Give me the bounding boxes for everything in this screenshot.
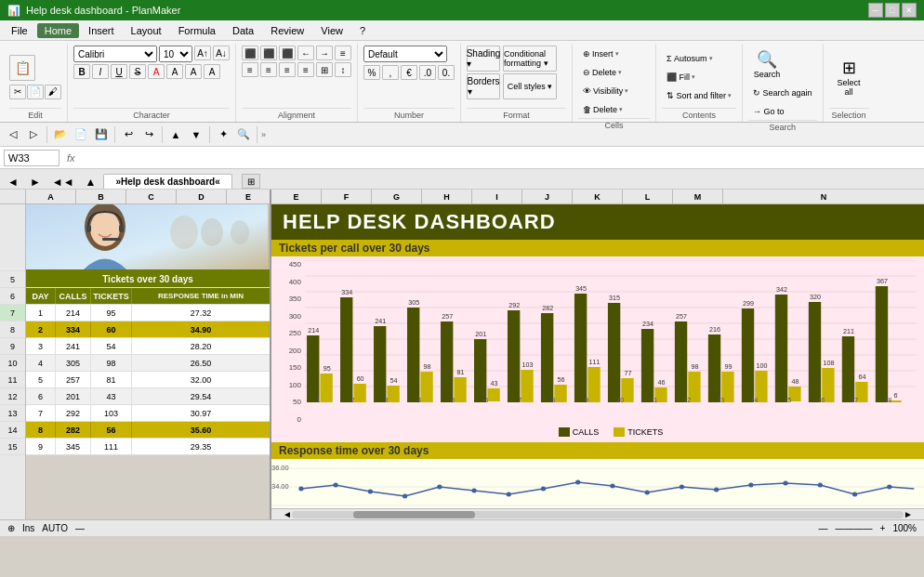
- title-bar-controls[interactable]: ─ □ ✕: [868, 3, 917, 18]
- menu-help[interactable]: ?: [352, 23, 373, 38]
- paste-button[interactable]: 📋: [9, 55, 35, 81]
- close-button[interactable]: ✕: [902, 3, 917, 18]
- strikethrough-button[interactable]: S: [129, 64, 146, 79]
- toolbar-new[interactable]: ◁: [4, 125, 22, 144]
- align-center[interactable]: ≡: [260, 62, 277, 77]
- align-right[interactable]: ≡: [279, 62, 296, 77]
- font-a3[interactable]: A: [204, 64, 220, 79]
- insert-cells-btn[interactable]: ⊕ Insert ▾: [578, 46, 650, 62]
- visibility-btn[interactable]: 👁 Visibility ▾: [578, 83, 650, 99]
- scroll-right-arrow[interactable]: ►: [904, 509, 913, 519]
- svg-text:282: 282: [542, 305, 553, 312]
- toolbar-open[interactable]: 📂: [51, 125, 70, 144]
- shading-btn[interactable]: Shading ▾: [467, 46, 500, 72]
- currency-btn[interactable]: €: [401, 65, 417, 80]
- font-size-up[interactable]: A↑: [194, 46, 211, 60]
- sheet-add[interactable]: ◄◄: [48, 176, 78, 189]
- sheet-scroll-left[interactable]: ◄: [4, 176, 22, 189]
- merge-button[interactable]: ⊞: [316, 62, 333, 77]
- dec-inc[interactable]: .0: [419, 65, 436, 80]
- sheet-tab-dashboard[interactable]: »Help desk dashboard«: [103, 174, 231, 189]
- toolbar-up[interactable]: ▲: [166, 125, 185, 144]
- align-left[interactable]: ≡: [242, 62, 258, 77]
- sheet-icon[interactable]: ⊞: [242, 174, 260, 189]
- format-painter-button[interactable]: 🖌: [45, 85, 61, 99]
- cut-button[interactable]: ✂: [9, 85, 26, 99]
- cell-styles-btn[interactable]: Cell styles ▾: [503, 73, 557, 99]
- zoom-out-btn[interactable]: —: [819, 523, 828, 533]
- svg-rect-5: [119, 225, 124, 232]
- legend-tickets: TICKETS: [614, 427, 663, 437]
- align-top-left[interactable]: ⬛: [242, 46, 258, 60]
- font-size-down[interactable]: A↓: [213, 46, 230, 60]
- horizontal-scrollbar[interactable]: ◄ ►: [271, 508, 924, 519]
- col-headers-left: A B C D E: [0, 190, 270, 204]
- formula-input[interactable]: [83, 150, 920, 166]
- align-top-center[interactable]: ⬛: [260, 46, 277, 60]
- svg-point-125: [680, 485, 684, 490]
- italic-button[interactable]: I: [92, 64, 109, 79]
- sheet-nav[interactable]: ▲: [82, 176, 100, 189]
- percent-btn[interactable]: %: [363, 65, 380, 80]
- menu-view[interactable]: View: [313, 23, 350, 38]
- font-size-selector[interactable]: 10: [159, 46, 192, 62]
- toolbar-redo[interactable]: ↪: [139, 125, 158, 144]
- toolbar-zoom[interactable]: 🔍: [234, 125, 253, 144]
- menu-home[interactable]: Home: [37, 23, 79, 38]
- menu-insert[interactable]: Insert: [81, 23, 122, 38]
- menu-formula[interactable]: Formula: [171, 23, 223, 38]
- toolbar-down[interactable]: ▼: [187, 125, 205, 144]
- underline-button[interactable]: U: [111, 64, 127, 79]
- indent-dec[interactable]: ←: [297, 46, 314, 60]
- toolbar-back[interactable]: ▷: [24, 125, 43, 144]
- highlight-button[interactable]: A: [166, 64, 183, 79]
- number-format-selector[interactable]: Default: [363, 46, 447, 62]
- font-color-button[interactable]: A: [148, 64, 165, 79]
- svg-text:10: 10: [616, 397, 624, 404]
- menu-layout[interactable]: Layout: [124, 23, 169, 38]
- toolbar-star[interactable]: ✦: [214, 125, 232, 144]
- text-dir[interactable]: ↕: [335, 62, 351, 77]
- cell-reference-input[interactable]: [4, 150, 59, 166]
- minimize-button[interactable]: ─: [868, 3, 883, 18]
- scroll-left-arrow[interactable]: ◄: [283, 509, 292, 519]
- align-top-right[interactable]: ⬛: [279, 46, 296, 60]
- delete-cells-btn[interactable]: ⊖ Delete ▾: [578, 64, 650, 81]
- fill-btn[interactable]: ⬛ Fill ▾: [662, 69, 736, 85]
- font-selector[interactable]: Calibri: [73, 46, 157, 62]
- sheet-scroll-right[interactable]: ►: [26, 176, 45, 189]
- goto-btn[interactable]: → Go to: [748, 103, 789, 120]
- text-wrap[interactable]: ≡: [335, 46, 351, 60]
- svg-rect-60: [587, 367, 600, 402]
- search-again-btn[interactable]: ↻ Search again: [748, 85, 817, 101]
- borders-btn[interactable]: Borders ▾: [467, 73, 500, 99]
- svg-text:17: 17: [851, 397, 858, 404]
- menu-review[interactable]: Review: [263, 23, 311, 38]
- sort-filter-btn[interactable]: ⇅ Sort and filter ▾: [662, 87, 736, 104]
- toolbar-undo[interactable]: ↩: [119, 125, 138, 144]
- zoom-in-btn[interactable]: +: [880, 523, 886, 533]
- legend-calls: CALLS: [559, 427, 600, 437]
- conditional-btn[interactable]: Conditional formatting ▾: [503, 46, 557, 72]
- dec-dec[interactable]: 0.: [438, 65, 455, 80]
- comma-btn[interactable]: ,: [382, 65, 399, 80]
- scrollbar-track[interactable]: [292, 511, 904, 518]
- svg-rect-104: [876, 286, 888, 402]
- autosum-btn[interactable]: Σ Autosum ▾: [662, 50, 736, 67]
- bold-button[interactable]: B: [73, 64, 90, 79]
- menu-file[interactable]: File: [4, 23, 35, 38]
- delete2-btn[interactable]: 🗑 Delete ▾: [578, 101, 650, 118]
- select-all-btn[interactable]: ⊞ Selectall: [831, 51, 867, 102]
- copy-button[interactable]: 📄: [27, 85, 44, 99]
- font-a2[interactable]: A: [185, 64, 202, 79]
- toolbar-new2[interactable]: 📄: [72, 125, 90, 144]
- toolbar-save[interactable]: 💾: [92, 125, 111, 144]
- maximize-button[interactable]: □: [885, 3, 900, 18]
- align-justify[interactable]: ≡: [297, 62, 314, 77]
- zoom-slider[interactable]: ————: [836, 523, 873, 533]
- menu-data[interactable]: Data: [225, 23, 261, 38]
- indent-inc[interactable]: →: [316, 46, 333, 60]
- scrollbar-thumb[interactable]: [353, 511, 476, 518]
- svg-text:315: 315: [609, 295, 620, 302]
- search-button[interactable]: 🔍 Search: [748, 46, 785, 83]
